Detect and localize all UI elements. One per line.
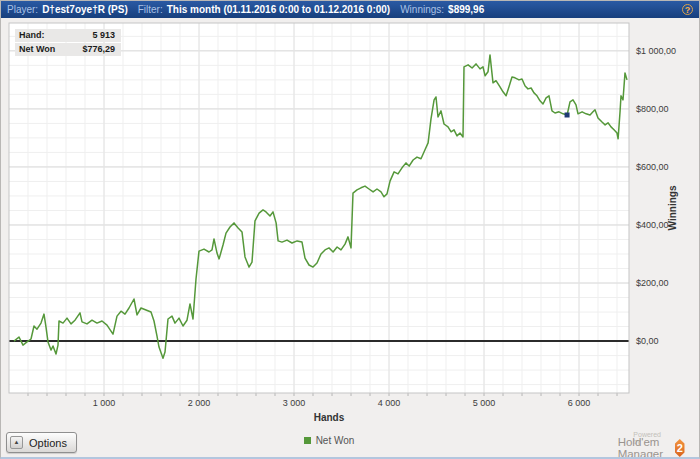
- filter-label: Filter:: [138, 1, 163, 18]
- winnings-value: $899,96: [448, 1, 484, 18]
- tooltip-networn-label: Net Won: [19, 43, 55, 56]
- net-won-legend-swatch: [304, 437, 311, 444]
- y-tick-label: $600,00: [636, 161, 669, 173]
- options-button-label: Options: [29, 437, 67, 449]
- hover-tooltip: Hand: 5 913 Net Won $776,29: [15, 29, 121, 57]
- tooltip-hand-value: 5 913: [92, 29, 115, 42]
- y-tick-label: $0,00: [636, 335, 659, 347]
- y-tick-label: $200,00: [636, 277, 669, 289]
- winnings-chart: [1, 1, 700, 459]
- x-axis-title: Hands: [9, 412, 649, 423]
- title-bar: Player: D†est7oye†R (PS) Filter: This mo…: [1, 1, 699, 18]
- y-tick-label: $800,00: [636, 103, 669, 115]
- tooltip-networn-row: Net Won $776,29: [15, 43, 121, 56]
- x-tick-label: 6 000: [549, 398, 609, 408]
- player-label: Player:: [7, 1, 38, 18]
- chart-legend: Net Won: [9, 435, 649, 446]
- y-axis-title: Winnings: [667, 158, 679, 258]
- tooltip-hand-row: Hand: 5 913: [15, 29, 121, 42]
- x-tick-label: 2 000: [169, 398, 229, 408]
- help-icon[interactable]: ?: [682, 4, 693, 15]
- brand-name: Hold'em Manager: [618, 436, 671, 459]
- player-value: D†est7oye†R (PS): [42, 1, 128, 18]
- y-tick-label: $1 000,00: [636, 45, 676, 57]
- holdem-manager-graph-window: Player: D†est7oye†R (PS) Filter: This mo…: [0, 0, 700, 459]
- x-tick-label: 1 000: [74, 398, 134, 408]
- options-button[interactable]: ▲ Options: [6, 432, 77, 453]
- net-won-legend-label: Net Won: [316, 435, 355, 446]
- tooltip-hand-label: Hand:: [19, 29, 45, 42]
- x-tick-label: 5 000: [454, 398, 514, 408]
- tooltip-networn-value: $776,29: [82, 43, 115, 56]
- x-tick-label: 3 000: [264, 398, 324, 408]
- brand-row: Hold'em Manager 2: [618, 436, 685, 459]
- y-tick-label: $400,00: [636, 219, 669, 231]
- collapse-arrow-icon[interactable]: ▲: [10, 436, 23, 449]
- filter-value: This month (01.11.2016 0:00 to 01.12.201…: [167, 1, 390, 18]
- hm2-logo-badge-icon: 2: [674, 439, 685, 457]
- winnings-label: Winnings:: [400, 1, 444, 18]
- x-tick-label: 4 000: [359, 398, 419, 408]
